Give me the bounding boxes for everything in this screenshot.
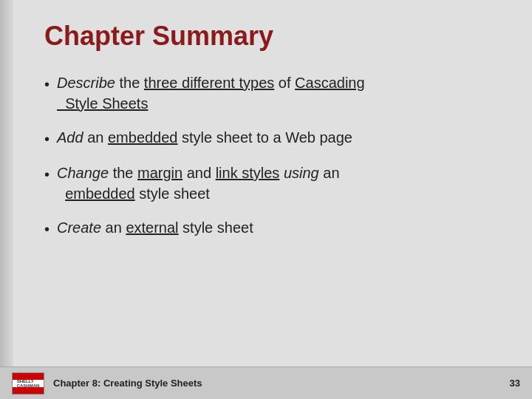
- bullet-item-2: • Add an embedded style sheet to a Web p…: [44, 127, 488, 149]
- bullet-item-1: • Describe the three different types of …: [44, 72, 488, 114]
- bullet-dot-2: •: [44, 129, 50, 149]
- slide-content: Chapter Summary • Describe the three dif…: [0, 0, 532, 366]
- footer-chapter-text: Chapter 8: Creating Style Sheets: [53, 378, 510, 389]
- bullet-text-4: Create an external style sheet: [57, 217, 488, 238]
- bullet-text-2: Add an embedded style sheet to a Web pag…: [57, 127, 488, 148]
- bullet-text-1: Describe the three different types of Ca…: [57, 72, 488, 114]
- bullet-3-underline-2: link styles: [216, 165, 280, 181]
- bullet-list: • Describe the three different types of …: [44, 72, 488, 239]
- slide-container: Chapter Summary • Describe the three dif…: [0, 0, 532, 399]
- left-accent-decoration: [0, 0, 13, 366]
- bullet-text-3: Change the margin and link styles using …: [57, 163, 488, 204]
- bullet-dot-1: •: [44, 74, 50, 95]
- bullet-dot-3: •: [44, 164, 50, 185]
- slide-footer: SHELLYCASHMAN Chapter 8: Creating Style …: [0, 366, 532, 399]
- bullet-3-underline-1: margin: [137, 165, 183, 181]
- publisher-logo: SHELLYCASHMAN: [12, 372, 44, 395]
- logo-mid: SHELLYCASHMAN: [13, 380, 44, 387]
- logo-box: SHELLYCASHMAN: [12, 372, 44, 395]
- footer-page-number: 33: [510, 378, 520, 389]
- bullet-item-4: • Create an external style sheet: [44, 217, 488, 239]
- bullet-2-italic: Add: [57, 129, 83, 146]
- bullet-3-italic-1: Change: [57, 165, 109, 181]
- bullet-dot-4: •: [44, 219, 50, 239]
- bullet-4-underline: external: [126, 219, 178, 236]
- bullet-1-underline-1: three different types: [144, 75, 274, 91]
- bullet-3-italic-2: using: [284, 165, 319, 181]
- bullet-3-underline-3: embedded: [65, 185, 135, 202]
- bullet-1-italic: Describe: [57, 75, 115, 91]
- logo-bot: [13, 387, 44, 394]
- bullet-4-italic: Create: [57, 219, 101, 236]
- bullet-2-underline: embedded: [108, 129, 178, 146]
- bullet-item-3: • Change the margin and link styles usin…: [44, 163, 488, 204]
- slide-title: Chapter Summary: [44, 21, 488, 52]
